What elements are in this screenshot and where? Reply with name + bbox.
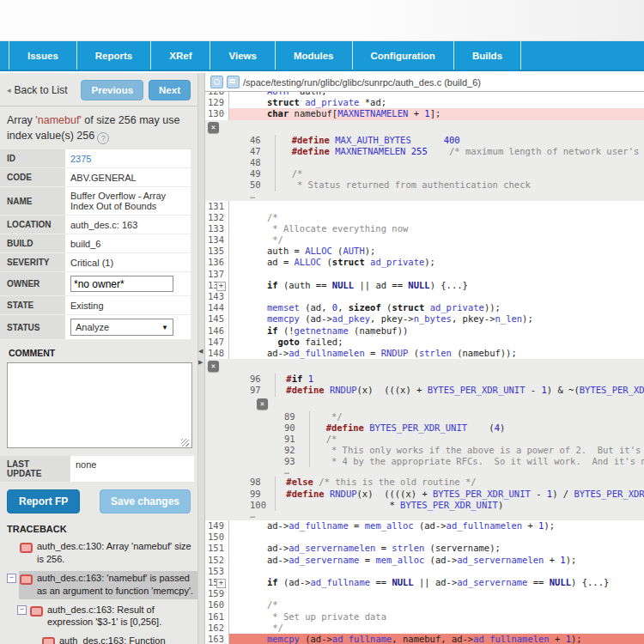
code-line-92: 92 * This only works if the above is a p… [205, 445, 644, 456]
expand-fold-icon[interactable]: + [216, 282, 226, 291]
code-text [229, 269, 644, 280]
report-fp-button[interactable]: Report FP [7, 489, 80, 513]
collapse-toggle-icon[interactable]: − [7, 574, 16, 583]
issue-description: Array 'namebuf' of size 256 may use inde… [0, 106, 197, 149]
line-number: 150 [205, 532, 229, 543]
code-text: if (ad->ad_fullname == NULL || ad->ad_se… [229, 577, 644, 588]
line-number: 163 [205, 634, 229, 644]
code-line-134: 134 */ [205, 234, 644, 246]
code-text: struct ad_private *ad; [229, 97, 644, 108]
traceback-item-content[interactable]: auth_des.c:163: Function argument '$3' i… [41, 634, 197, 644]
field-value-severity: Critical (1) [65, 253, 191, 272]
line-number: 131 [205, 201, 229, 212]
line-number: 159 [205, 588, 229, 599]
code-ellipsis-row: … [205, 511, 644, 520]
code-text: #define BYTES_PER_XDR_UNIT (4) [310, 422, 644, 434]
back-to-list-link[interactable]: ◂ Back to List [7, 84, 76, 96]
code-line-146: 146 if (!getnetname (namebuf)) [205, 325, 644, 337]
save-changes-button[interactable]: Save changes [100, 489, 191, 513]
previous-button[interactable]: Previous [81, 80, 143, 100]
code-text: * Status returned from authentication ch… [276, 179, 644, 191]
comment-label: COMMENT [9, 348, 197, 358]
line-number: 162 [205, 623, 229, 634]
field-value-status: Analyze▼ [65, 315, 191, 340]
code-text: * 4 by the appropriate RFCs. So it will … [310, 456, 644, 467]
close-expansion-icon[interactable]: ✕ [208, 122, 219, 133]
traceback-item-content[interactable]: auth_des.c:130: Array 'namebuf' size is … [19, 539, 197, 568]
issue-field-row: CODEABV.GENERAL [0, 168, 191, 187]
window-top-band [0, 0, 644, 41]
line-number: 129 [205, 97, 229, 108]
code-text: ad->ad_servernamelen = strlen (servernam… [229, 543, 644, 554]
traceback-item[interactable]: auth_des.c:163: Function argument '$3' i… [41, 634, 197, 644]
comment-textarea[interactable] [7, 362, 192, 448]
traceback-item[interactable]: auth_des.c:130: Array 'namebuf' size is … [19, 539, 197, 568]
code-line-133: 133 * Allocate everything now [205, 223, 644, 234]
help-icon[interactable]: ? [97, 132, 109, 144]
code-line-136: 136 ad = ALLOC (struct ad_private); [205, 257, 644, 268]
line-number: 147 [205, 337, 229, 348]
traceback-item[interactable]: −auth_des.c:163: Result of expression '$… [17, 603, 197, 631]
nav-tab-views[interactable]: Views [210, 41, 274, 70]
expand-fold-icon[interactable]: + [216, 579, 226, 588]
traceback-item-text: auth_des.c:163: Function argument '$3' i… [59, 635, 195, 644]
code-line-91: 91 /* [205, 434, 644, 445]
collapse-left-icon[interactable]: ◀ [198, 348, 203, 354]
code-line-149: 149 ad->ad_fullname = mem_alloc (ad->ad_… [205, 520, 644, 532]
collapse-right-icon[interactable]: ▶ [198, 359, 203, 365]
field-value-name: Buffer Overflow - Array Index Out of Bou… [65, 187, 191, 216]
code-text: */ [310, 411, 644, 422]
traceback-item-content[interactable]: auth_des.c:163: 'namebuf' is passed as a… [19, 571, 197, 599]
line-number: 93 [205, 456, 310, 467]
code-text: * This only works if the above is a powe… [310, 445, 644, 456]
nav-tab-configuration[interactable]: Configuration [352, 41, 453, 70]
code-line-144: 144 memset (ad, 0, sizeof (struct ad_pri… [205, 302, 644, 313]
nav-tab-xref[interactable]: XRef [150, 41, 210, 70]
code-text: ad->ad_fullnamelen = RNDUP (strlen (name… [229, 348, 644, 359]
code-text [229, 566, 644, 577]
code-text: /* [229, 212, 644, 223]
code-text: #if 1 [276, 374, 644, 385]
next-button[interactable]: Next [149, 80, 191, 100]
close-expansion-icon[interactable]: ✕ [257, 398, 268, 410]
field-label-severity: SEVERITY [0, 253, 65, 272]
traceback-item[interactable]: −auth_des.c:163: 'namebuf' is passed as … [7, 571, 197, 599]
issue-id-link[interactable]: 2375 [70, 154, 91, 164]
line-number: 49 [205, 168, 276, 179]
line-number: 148 [205, 348, 229, 359]
code-line-150: 150 [205, 532, 644, 543]
field-label-name: NAME [0, 187, 65, 216]
source-file-icon[interactable] [227, 76, 240, 88]
event-marker-icon [42, 637, 55, 644]
source-code-view[interactable]: 128 AUTH *auth;129 struct ad_private *ad… [205, 92, 644, 644]
locate-in-tree-icon[interactable] [210, 76, 223, 88]
code-text: #define MAX_AUTH_BYTES 400 [276, 135, 644, 146]
traceback-item-content[interactable]: auth_des.c:163: Result of expression '$3… [29, 603, 197, 631]
ellipsis-text: … [205, 191, 255, 201]
close-expansion-icon[interactable]: ✕ [208, 361, 219, 372]
code-text: if (!getnetname (namebuf)) [229, 325, 644, 337]
status-select[interactable]: Analyze▼ [70, 319, 173, 336]
line-number: 137 [205, 269, 229, 280]
last-update-value: none [70, 456, 194, 482]
resize-grip-icon[interactable] [181, 439, 189, 447]
nav-tab-reports[interactable]: Reports [76, 41, 150, 70]
line-number: 130 [205, 108, 229, 119]
code-line-132: 132 /* [205, 212, 644, 223]
code-text [229, 588, 644, 599]
owner-input[interactable] [70, 276, 173, 292]
code-text: /* [276, 168, 644, 179]
field-value-owner [65, 272, 191, 296]
code-line-145: 145 memcpy (ad->ad_pkey, pkey->n_bytes, … [205, 313, 644, 325]
source-file-path: /space/testing/run/glibc/glibc/sunrpc/au… [243, 77, 481, 88]
field-value-id: 2375 [65, 149, 191, 168]
collapse-toggle-icon[interactable]: − [17, 605, 27, 615]
nav-tab-modules[interactable]: Modules [275, 41, 352, 70]
nav-tab-issues[interactable]: Issues [9, 41, 76, 70]
nav-tab-builds[interactable]: Builds [453, 41, 521, 70]
main-content: ◂ Back to List Previous Next Array 'name… [0, 73, 644, 644]
panel-splitter[interactable]: ◀ ▶ [197, 73, 204, 644]
field-value-code: ABV.GENERAL [65, 168, 191, 187]
field-label-state: STATE [0, 296, 65, 315]
event-marker-icon [20, 543, 33, 553]
